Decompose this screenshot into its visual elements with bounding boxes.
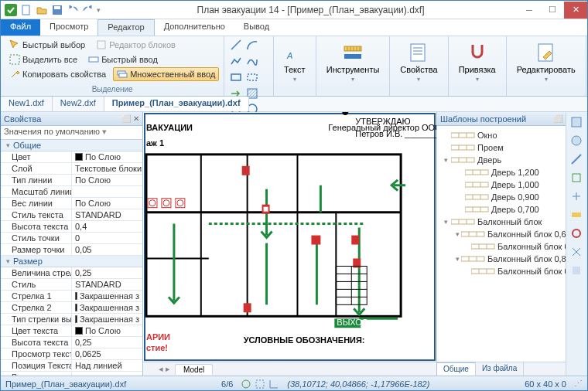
- multi-input-button[interactable]: Множественный ввод: [113, 67, 219, 81]
- tree-node[interactable]: Дверь 1,000: [439, 178, 564, 191]
- svg-rect-5: [10, 55, 19, 64]
- output-menu[interactable]: Вывод: [234, 19, 279, 36]
- prop-row[interactable]: Высота текста0,25: [1, 337, 142, 348]
- prop-row[interactable]: Масштаб линии: [1, 186, 142, 198]
- extra-menu[interactable]: Дополнительно: [155, 19, 234, 36]
- minimize-button[interactable]: ─: [518, 2, 541, 19]
- close-button[interactable]: ✕: [564, 2, 587, 19]
- tree-node[interactable]: Окно: [439, 129, 564, 141]
- side-btn-9[interactable]: [568, 262, 585, 279]
- drawing-row-1: [229, 38, 268, 100]
- file-menu[interactable]: Файл: [1, 19, 40, 36]
- text-button[interactable]: AТекст▾: [279, 38, 311, 87]
- tree-node[interactable]: Проем: [439, 141, 564, 154]
- props-button[interactable]: Свойства▾: [395, 38, 443, 87]
- rect-icon[interactable]: [229, 70, 243, 84]
- side-btn-5[interactable]: [568, 188, 585, 205]
- ribbon-group-drawing: Рисование: [224, 36, 273, 96]
- tree-node[interactable]: Дверь 0,900: [439, 191, 564, 203]
- arc-icon[interactable]: [245, 38, 259, 52]
- property-grid[interactable]: ▾ОбщиеЦветПо СлоюСлойТекстовые блокиТип …: [1, 140, 142, 376]
- doctab-3[interactable]: Пример_(План_эвакуации).dxf: [104, 97, 249, 111]
- prop-row[interactable]: Стиль точки0: [1, 233, 142, 244]
- block-editor-button[interactable]: Редактор блоков: [92, 38, 179, 52]
- prop-row[interactable]: Высота текста0,4: [1, 221, 142, 233]
- save-icon[interactable]: [50, 3, 64, 17]
- tools-button[interactable]: Инструменты▾: [321, 38, 385, 87]
- maximize-button[interactable]: ☐: [541, 2, 564, 19]
- props-sub[interactable]: Значения по умолчанию ▾: [1, 126, 142, 140]
- tree-node[interactable]: Балконный блок 0,8: [439, 265, 564, 277]
- prop-row[interactable]: Стиль текстаSTANDARD: [1, 209, 142, 221]
- prop-row[interactable]: Цвет текстаПо Слою: [1, 325, 142, 337]
- rect-dash-icon[interactable]: [245, 70, 259, 84]
- view-menu[interactable]: Просмотр: [40, 19, 97, 36]
- prop-group-header[interactable]: ▾Общие: [1, 140, 142, 151]
- svg-text:ВАКУАЦИИ: ВАКУАЦИИ: [146, 123, 193, 132]
- prop-row[interactable]: Стрелка 2Закрашенная з: [1, 302, 142, 314]
- prop-row[interactable]: Внутреннее выравн: [1, 372, 142, 376]
- side-btn-3[interactable]: [568, 151, 585, 168]
- open-icon[interactable]: [35, 3, 49, 17]
- doctab-1[interactable]: New1.dxf: [1, 97, 53, 111]
- svg-rect-74: [451, 158, 474, 162]
- window-controls: ─ ☐ ✕: [518, 2, 587, 19]
- prop-row[interactable]: Стрелка 1Закрашенная з: [1, 291, 142, 302]
- prop-row[interactable]: ЦветПо Слою: [1, 151, 142, 163]
- prop-row[interactable]: Размер точки0,05: [1, 244, 142, 256]
- editor-menu[interactable]: Редактор: [97, 19, 154, 36]
- rtab-general[interactable]: Общие: [437, 362, 476, 376]
- svg-rect-25: [344, 54, 361, 59]
- side-btn-1[interactable]: [568, 114, 585, 131]
- svg-rect-6: [89, 57, 98, 62]
- polyline-icon[interactable]: [229, 54, 243, 68]
- side-btn-4[interactable]: [568, 169, 585, 186]
- prop-row[interactable]: Просмотр текста0,0625: [1, 348, 142, 360]
- tree-node[interactable]: Балконный блок 0,8 + 0,6: [439, 240, 564, 253]
- status-file: Пример_(План_эвакуации).dxf: [5, 379, 126, 389]
- templates-tree[interactable]: ОкноПроем▾ДверьДверь 1,200Дверь 1,000Две…: [437, 126, 566, 362]
- svg-rect-98: [461, 257, 484, 261]
- prop-row[interactable]: Тип линииПо Слою: [1, 175, 142, 186]
- rtab-fromfile[interactable]: Из файла: [476, 362, 524, 376]
- side-btn-8[interactable]: [568, 243, 585, 260]
- svg-text:УСЛОВНЫЕ ОБОЗНАЧЕНИЯ:: УСЛОВНЫЕ ОБОЗНАЧЕНИЯ:: [244, 335, 365, 345]
- tree-node[interactable]: Дверь 1,200: [439, 166, 564, 178]
- prop-row[interactable]: Величина стрелки0,25: [1, 267, 142, 279]
- drawing-svg: ВАКУАЦИИ аж 1 УТВЕРЖДАЮ Генеральный дире…: [143, 112, 436, 375]
- edit-button[interactable]: Редактировать▾: [511, 38, 581, 87]
- prop-row[interactable]: Позиция Текста поНад линией: [1, 360, 142, 372]
- quick-select-button[interactable]: Быстрый выбор: [5, 38, 89, 52]
- tree-node[interactable]: Дверь 0,700: [439, 203, 564, 216]
- prop-row[interactable]: СлойТекстовые блоки: [1, 163, 142, 175]
- doctab-2[interactable]: New2.dxf: [53, 97, 104, 111]
- line-icon[interactable]: [229, 38, 243, 52]
- side-btn-7[interactable]: [568, 225, 585, 242]
- resize-grip-icon[interactable]: ⋰: [574, 379, 583, 389]
- prop-row[interactable]: Тип стрелки выносЗакрашенная з: [1, 314, 142, 325]
- new-icon[interactable]: [19, 3, 33, 17]
- canvas-area[interactable]: ВАКУАЦИИ аж 1 УТВЕРЖДАЮ Генеральный дире…: [143, 112, 437, 376]
- prop-row[interactable]: СтильSTANDARD: [1, 279, 142, 291]
- prop-group-header[interactable]: ▾Размер: [1, 256, 142, 267]
- svg-rect-31: [145, 114, 435, 360]
- tree-node[interactable]: ▾Балконный блок: [439, 216, 564, 228]
- svg-text:ВЫХОД: ВЫХОД: [337, 318, 368, 327]
- undo-icon[interactable]: [66, 3, 80, 17]
- sheet-tab[interactable]: Model: [175, 364, 213, 375]
- select-all-button[interactable]: Выделить все: [5, 53, 81, 66]
- menubar: Файл Просмотр Редактор Дополнительно Выв…: [1, 19, 587, 36]
- snap-button[interactable]: Привязка▾: [453, 38, 501, 87]
- tree-node[interactable]: ▾Балконный блок 0,8 + 0,8: [439, 253, 564, 265]
- copy-props-button[interactable]: Копировать свойства: [5, 67, 110, 81]
- svg-rect-1: [22, 5, 29, 15]
- tree-node[interactable]: ▾Дверь: [439, 154, 564, 166]
- side-btn-2[interactable]: [568, 132, 585, 149]
- spline-icon[interactable]: [245, 54, 259, 68]
- app-icon[interactable]: [4, 3, 18, 17]
- side-btn-6[interactable]: [568, 206, 585, 223]
- redo-icon[interactable]: [81, 3, 95, 17]
- quick-input-button[interactable]: Быстрый ввод: [84, 53, 162, 66]
- tree-node[interactable]: ▾Балконный блок 0,6 + 0,6: [439, 228, 564, 240]
- prop-row[interactable]: Вес линииПо Слою: [1, 198, 142, 209]
